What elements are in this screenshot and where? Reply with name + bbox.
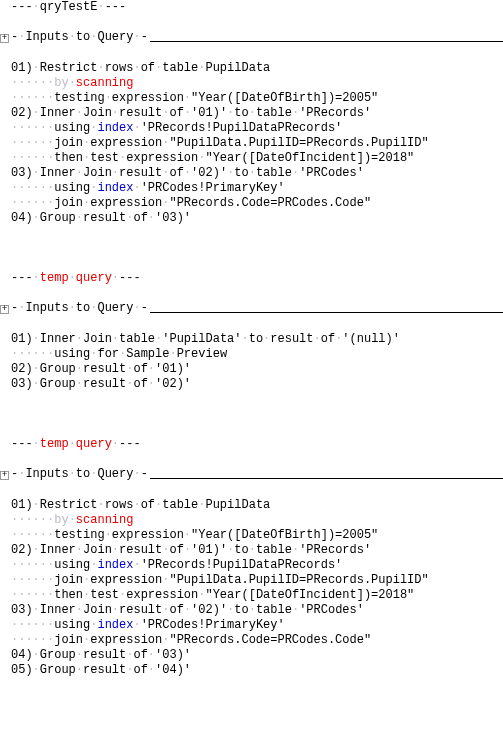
plan-step-line: 04)·Group·result·of·'03)': [11, 648, 503, 663]
plan-step-line: 04)·Group·result·of·'03)': [11, 211, 503, 226]
plan-step-line: ······by·scanning: [11, 513, 503, 528]
query-plan-header: ---·temp·query·---: [0, 437, 503, 452]
plan-step-line: 03)·Inner·Join·result·of·'02)'·to·table·…: [11, 166, 503, 181]
plan-step-line: 03)·Group·result·of·'02)': [11, 377, 503, 392]
inputs-section-header: +-·Inputs·to·Query·-: [0, 467, 503, 483]
query-plan-header: ---·qryTestE·---: [0, 0, 503, 15]
inputs-section-title: -·Inputs·to·Query·-: [11, 467, 148, 483]
plan-step-line: 01)·Restrict·rows·of·table·PupilData: [11, 61, 503, 76]
tree-expander-icon[interactable]: +: [0, 471, 9, 480]
inputs-section-title: -·Inputs·to·Query·-: [11, 30, 148, 46]
plan-step-line: ······using·index·'PRecords!PupilDataPRe…: [11, 558, 503, 573]
query-plan-header: ---·temp·query·---: [0, 271, 503, 286]
inputs-section-header: +-·Inputs·to·Query·-: [0, 301, 503, 317]
plan-step-line: ······using·for·Sample·Preview: [11, 347, 503, 362]
plan-step-line: 01)·Inner·Join·table·'PupilData'·to·resu…: [11, 332, 503, 347]
tree-expander-icon[interactable]: +: [0, 305, 9, 314]
plan-step-line: ······using·index·'PRecords!PupilDataPRe…: [11, 121, 503, 136]
inputs-section-title: -·Inputs·to·Query·-: [11, 301, 148, 317]
plan-step-line: ······join·expression·"PupilData.PupilID…: [11, 573, 503, 588]
plan-step-line: ······using·index·'PRCodes!PrimaryKey': [11, 618, 503, 633]
plan-step-line: ······then·test·expression·"Year([DateOf…: [11, 588, 503, 603]
plan-step-line: 02)·Group·result·of·'01)': [11, 362, 503, 377]
query-plan-body: 01)·Restrict·rows·of·table·PupilData····…: [0, 498, 503, 678]
plan-step-line: ······testing·expression·"Year([DateOfBi…: [11, 91, 503, 106]
query-plan-body: 01)·Inner·Join·table·'PupilData'·to·resu…: [0, 332, 503, 392]
plan-step-line: ······by·scanning: [11, 76, 503, 91]
plan-step-line: ······then·test·expression·"Year([DateOf…: [11, 151, 503, 166]
plan-step-line: 02)·Inner·Join·result·of·'01)'·to·table·…: [11, 106, 503, 121]
plan-step-line: 01)·Restrict·rows·of·table·PupilData: [11, 498, 503, 513]
plan-step-line: 02)·Inner·Join·result·of·'01)'·to·table·…: [11, 543, 503, 558]
plan-step-line: ······testing·expression·"Year([DateOfBi…: [11, 528, 503, 543]
divider-rule: [150, 306, 503, 313]
plan-step-line: ······join·expression·"PupilData.PupilID…: [11, 136, 503, 151]
divider-rule: [150, 472, 503, 479]
tree-expander-icon[interactable]: +: [0, 34, 9, 43]
inputs-section-header: +-·Inputs·to·Query·-: [0, 30, 503, 46]
plan-step-line: ······using·index·'PRCodes!PrimaryKey': [11, 181, 503, 196]
plan-step-line: 03)·Inner·Join·result·of·'02)'·to·table·…: [11, 603, 503, 618]
plan-step-line: ······join·expression·"PRecords.Code=PRC…: [11, 196, 503, 211]
divider-rule: [150, 35, 503, 42]
query-plan-body: 01)·Restrict·rows·of·table·PupilData····…: [0, 61, 503, 226]
plan-step-line: 05)·Group·result·of·'04)': [11, 663, 503, 678]
plan-step-line: ······join·expression·"PRecords.Code=PRC…: [11, 633, 503, 648]
